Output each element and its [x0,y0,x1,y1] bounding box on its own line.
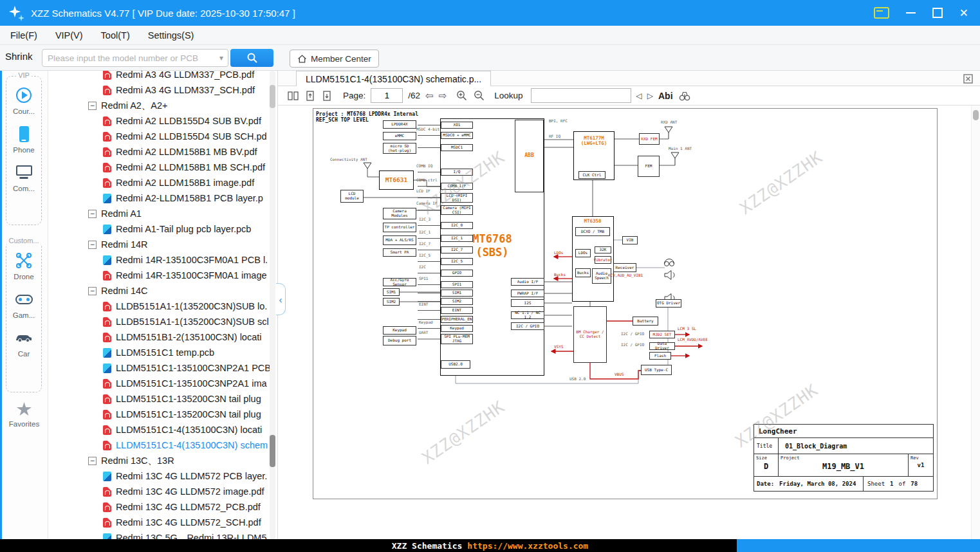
page-forward-icon[interactable]: ⇨ [439,91,447,100]
tree-item-label: Redmi A2 LLDB155D4 SUB BV.pdf [116,116,261,126]
menu-file[interactable]: File(F) [10,30,37,41]
tree-item-label: Redmi A3 4G LLDM337_SCH.pdf [116,85,255,95]
sidebar-item-car[interactable]: Car [6,329,41,358]
tree-file-row[interactable]: Redmi 13C 4G LLDM572_PCB.pdf [48,499,277,515]
pdf-file-icon [103,394,111,404]
tree-file-row[interactable]: Redmi A1-Tail plug pcb layer.pcb [48,221,277,237]
two-page-view-icon[interactable] [287,90,299,102]
tree-group-row[interactable]: −Redmi 14C [48,283,277,299]
tree-file-row[interactable]: Redmi A3 4G LLDM337_SCH.pdf [48,82,277,98]
tree-scrollbar[interactable] [270,71,275,539]
tree-file-row[interactable]: Redmi A2 LLDM158B1 MB BV.pdf [48,144,277,160]
collapse-minus-icon[interactable]: − [88,287,97,295]
tree-file-row[interactable]: Redmi 14R-135100C3FM0A1 image [48,268,277,283]
tree-file-row[interactable]: LLDM5151C1-135200C3N tail plug [48,407,277,422]
tree-item-label: Redmi 13C 5G、Redmi 13R-LLDM5 [116,532,267,540]
sidebar-item-phone[interactable]: Phone [6,125,41,154]
prev-document-icon[interactable] [304,90,316,102]
schematic-block: Debug port [383,336,416,345]
tree-file-row[interactable]: Redmi 13C 4G LLDM572 image.pdf [48,484,277,499]
tree-group-row[interactable]: −Redmi 14R [48,237,277,252]
menu-settings[interactable]: Settings(S) [148,30,194,41]
tree-file-row[interactable]: LLDM5151C1 temp.pcb [48,345,277,360]
document-viewer: LLDM5151C1-4(135100C3N) schematic.p... P… [278,71,980,539]
sidebar-item-drone[interactable]: Drone [6,252,41,281]
tree-file-row[interactable]: LLDM5151C1-135100C3NP2A1 PCB [48,360,277,376]
pcb-file-icon [103,194,111,203]
vip-card-icon[interactable] [874,7,889,19]
tree-file-row[interactable]: LLDM5151C1-4(135100C3N) locati [48,422,277,437]
maximize-button[interactable] [932,8,943,18]
sidebar-item-games[interactable]: Gam... [6,290,41,319]
tree-item-label: LLDM5151C1-135200C3N tail plug [116,394,261,404]
sidebar-item-course[interactable]: Cour... [6,86,41,115]
tree-item-label: Redmi 13C 4G LLDM572 PCB layer. [116,471,267,481]
tree-group-row[interactable]: −Redmi 13C、13R [48,453,277,468]
menu-tool[interactable]: Tool(T) [101,30,130,41]
viewer-scrollbar-thumb[interactable] [973,110,979,120]
close-button[interactable]: ✕ [959,8,968,19]
pcb-file-icon [103,533,111,540]
member-center-button[interactable]: Member Center [290,50,379,68]
collapse-minus-icon[interactable]: − [88,457,97,465]
tree-group-row[interactable]: −Redmi A1 [48,206,277,221]
close-document-icon[interactable] [963,73,974,84]
tree-file-row[interactable]: LLDM5151C1-4(135100C3N) schem [48,437,277,453]
tree-file-row[interactable]: LLDB5151A1-1(135200C3N)SUB lo. [48,299,277,314]
page-back-icon[interactable]: ⇦ [425,91,434,100]
tree-file-row[interactable]: LLDM5151C1-135100C3NP2A1 ima [48,376,277,391]
tree-file-row[interactable]: Redmi 13C 4G LLDM572_SCH.pdf [48,515,277,530]
schematic-block: I2C_3 [419,217,441,222]
collapse-minus-icon[interactable]: − [88,241,97,249]
chevron-down-icon[interactable]: ▾ [219,53,223,62]
find-prev-icon[interactable]: ◁ [636,91,642,100]
model-search-input[interactable] [42,53,219,63]
next-document-icon[interactable] [321,90,333,102]
page-number-input[interactable] [371,88,403,103]
tree-file-row[interactable]: Redmi A3 4G LLDM337_PCB.pdf [48,71,277,82]
of-label: of [899,481,906,487]
tree-group-row[interactable]: −Redmi A2、A2+ [48,98,277,113]
zoom-in-icon[interactable] [456,89,468,102]
find-next-icon[interactable]: ▷ [647,91,653,100]
panel-collapse-handle[interactable]: ‹ [276,283,286,315]
tree-file-row[interactable]: Redmi A2 LLDB155D4 SUB SCH.pd [48,129,277,144]
sidebar-item-label: Car [18,350,30,358]
size-value: D [754,462,778,471]
sidebar-item-computer[interactable]: Com... [6,163,41,192]
schematic-block: PERIPHERAL_EN [441,316,473,323]
minimize-button[interactable] [906,12,916,14]
binoculars-icon[interactable] [678,90,691,102]
collapse-minus-icon[interactable]: − [88,210,97,218]
tree-scrollbar-thumb[interactable] [270,85,275,108]
document-tab[interactable]: LLDM5151C1-4(135100C3N) schematic.p... [296,71,491,86]
lookup-input[interactable] [531,88,631,103]
tree-file-row[interactable]: Redmi 13C 5G、Redmi 13R-LLDM5 [48,530,277,539]
schematic-block: SPI1 [419,277,441,281]
menu-vip[interactable]: VIP(V) [55,30,83,41]
mt6631-block: MT6631 [379,170,414,190]
tree-file-row[interactable]: LLDB5151A1-1(135200C3N)SUB scl [48,314,277,329]
tree-file-row[interactable]: Redmi A2-LLDM158B1 PCB layer.p [48,190,277,206]
schematic-block: Flash [649,352,671,360]
collapse-minus-icon[interactable]: − [88,102,97,110]
tree-scrollbar-thumb[interactable] [270,435,275,467]
tree-file-row[interactable]: LLDM5151B1-2(135100C3N) locati [48,329,277,345]
zoom-out-icon[interactable] [473,89,485,102]
tree-file-row[interactable]: Redmi A2 LLDM158B1 image.pdf [48,175,277,190]
search-button[interactable] [230,49,273,67]
model-search-combobox[interactable]: ▾ [42,49,228,67]
shrink-button[interactable]: Shrink [5,51,33,62]
tree-file-row[interactable]: Redmi 13C 4G LLDM572 PCB layer. [48,468,277,484]
tree-file-row[interactable]: Redmi A2 LLDM158B1 MB SCH.pdf [48,160,277,175]
tree-item-label: LLDM5151C1-135200C3N tail plug [116,409,261,419]
schematic-block: I2C_0 [441,222,473,229]
viewer-scrollbar[interactable] [971,106,980,539]
sidebar-item-favorites[interactable]: Favorites [0,402,48,428]
tree-file-row[interactable]: Redmi 14R-135100C3FM0A1 PCB l. [48,252,277,268]
tree-file-row[interactable]: Redmi A2 LLDB155D4 SUB BV.pdf [48,113,277,129]
viewer-body[interactable]: Project : MT6768 LPDDR4x InternalREF_SCH… [278,106,980,539]
tree-file-row[interactable]: LLDM5151C1-135200C3N tail plug [48,391,277,407]
statusbar-link[interactable]: https://www.xzztools.com [467,541,588,551]
match-case-toggle[interactable]: Abi [658,91,673,101]
